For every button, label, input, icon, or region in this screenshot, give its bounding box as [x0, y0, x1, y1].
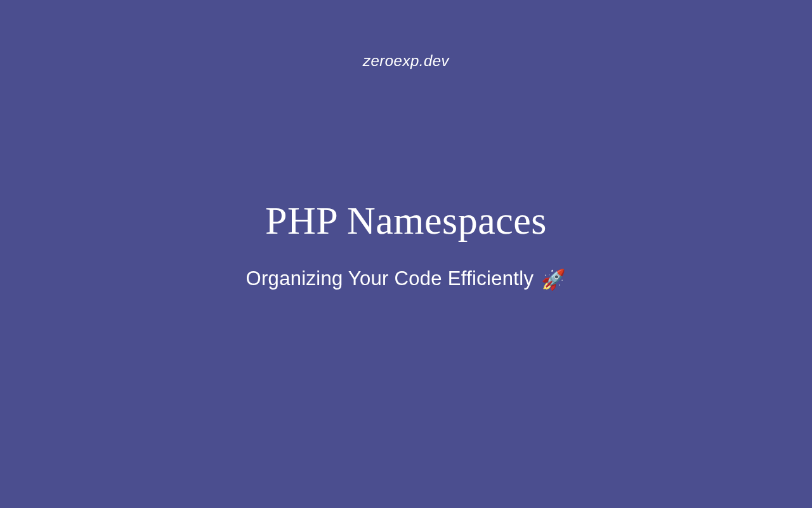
hero-content: PHP Namespaces Organizing Your Code Effi… [0, 198, 812, 291]
subtitle-text: Organizing Your Code Efficiently [246, 267, 534, 290]
site-name: zeroexp.dev [363, 52, 449, 70]
page-subtitle: Organizing Your Code Efficiently 🚀 [0, 267, 812, 291]
rocket-icon: 🚀 [541, 268, 566, 291]
page-title: PHP Namespaces [0, 198, 812, 243]
